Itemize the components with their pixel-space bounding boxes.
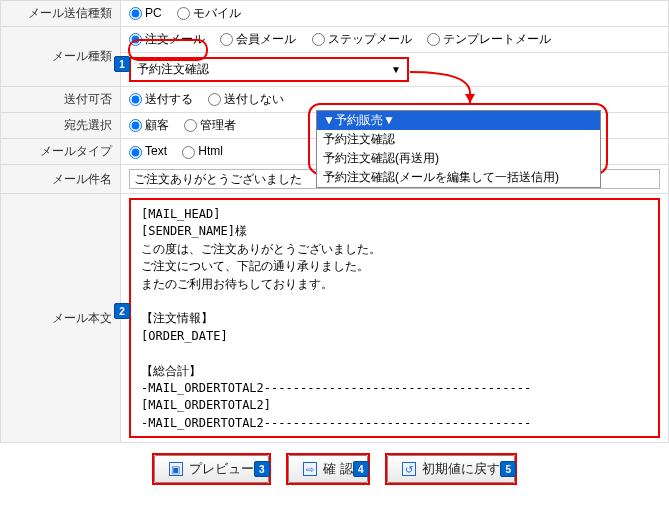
mail-body-textarea[interactable]: [MAIL_HEAD] [SENDER_NAME]様 この度は、ご注文ありがとう… (129, 198, 660, 438)
mailtype-group: Text Html (129, 144, 235, 158)
radio-customer[interactable]: 顧客 (129, 118, 169, 132)
label-send-type: メール送信種類 (1, 1, 121, 27)
confirm-icon: ⇨ (303, 462, 317, 476)
radio-send-no[interactable]: 送付しない (208, 92, 284, 106)
reset-button[interactable]: ↺ 初期値に戻す 5 (387, 455, 515, 483)
menu-item-3[interactable]: 予約注文確認(再送用) (317, 149, 600, 168)
confirm-label: 確 認 (323, 460, 353, 478)
reset-icon: ↺ (402, 462, 416, 476)
sendable-group: 送付する 送付しない (129, 92, 296, 106)
send-type-group: PC モバイル (129, 6, 253, 20)
menu-item-2[interactable]: 予約注文確認 (317, 130, 600, 149)
preview-label: プレビュー (189, 460, 254, 478)
annotation-badge-4: 4 (353, 461, 369, 477)
annotation-badge-1: 1 (114, 56, 130, 72)
dropdown-value: 予約注文確認 (137, 61, 209, 78)
annotation-badge-2: 2 (114, 303, 130, 319)
label-body: メール本文 (1, 194, 121, 443)
menu-item-4[interactable]: 予約注文確認(メールを編集して一括送信用) (317, 168, 600, 187)
radio-order-mail[interactable]: 注文メール (129, 32, 205, 46)
label-mailtype: メールタイプ (1, 139, 121, 165)
label-subject: メール件名 (1, 165, 121, 194)
preview-button[interactable]: ▣ プレビュー 3 (154, 455, 269, 483)
radio-send-yes[interactable]: 送付する (129, 92, 193, 106)
confirm-button[interactable]: ⇨ 確 認 4 (288, 455, 368, 483)
mail-kind-group: 注文メール 会員メール ステップメール テンプレートメール (129, 32, 563, 46)
reset-label: 初期値に戻す (422, 460, 500, 478)
label-sendable: 送付可否 (1, 87, 121, 113)
radio-html[interactable]: Html (182, 144, 223, 158)
radio-mobile[interactable]: モバイル (177, 6, 241, 20)
label-mail-kind: メール種類 (1, 27, 121, 87)
radio-admin[interactable]: 管理者 (184, 118, 236, 132)
radio-template-mail[interactable]: テンプレートメール (427, 32, 551, 46)
settings-table: メール送信種類 PC モバイル メール種類 注文メール 会員メール ステップメー… (0, 0, 669, 443)
radio-member-mail[interactable]: 会員メール (220, 32, 296, 46)
label-dest: 宛先選択 (1, 113, 121, 139)
radio-text[interactable]: Text (129, 144, 167, 158)
radio-pc[interactable]: PC (129, 6, 162, 20)
dropdown-menu: ▼予約販売▼ 予約注文確認 予約注文確認(再送用) 予約注文確認(メールを編集し… (316, 110, 601, 188)
dest-group: 顧客 管理者 (129, 118, 248, 132)
menu-item-1[interactable]: ▼予約販売▼ (317, 111, 600, 130)
chevron-down-icon: ▼ (391, 64, 401, 75)
annotation-badge-3: 3 (254, 461, 270, 477)
button-row: ▣ プレビュー 3 ⇨ 確 認 4 ↺ 初期値に戻す 5 (0, 443, 669, 495)
radio-step-mail[interactable]: ステップメール (312, 32, 412, 46)
preview-icon: ▣ (169, 462, 183, 476)
annotation-badge-5: 5 (500, 461, 516, 477)
mail-template-dropdown[interactable]: 予約注文確認 ▼ (129, 57, 409, 82)
